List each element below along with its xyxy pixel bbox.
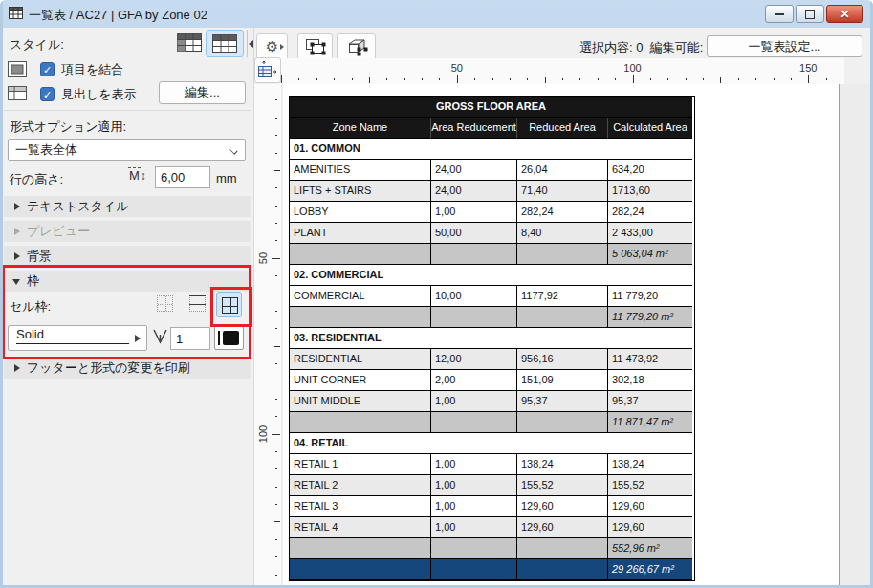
table-cell[interactable]: 155,52 [517, 475, 608, 496]
table-cell[interactable]: 1,00 [431, 454, 517, 475]
table-cell[interactable]: RESIDENTIAL [290, 349, 431, 370]
table-cell[interactable]: UNIT CORNER [290, 370, 431, 391]
cell-border-horizontal-button[interactable] [186, 292, 210, 316]
select-zones-button[interactable] [297, 33, 333, 60]
table-row[interactable]: RESIDENTIAL12,00956,1611 473,92 [290, 349, 694, 370]
table-cell[interactable]: LIFTS + STAIRS [290, 181, 431, 202]
table-grand-total-row: 29 266,67 m² [290, 559, 694, 580]
table-cell[interactable]: AMENITIES [290, 160, 431, 181]
section-footer-print[interactable]: フッターと形式の変更を印刷 [4, 358, 251, 379]
table-section-row[interactable]: 04. RETAIL [290, 433, 694, 454]
table-cell[interactable]: 138,24 [608, 454, 692, 475]
table-cell[interactable]: 129,60 [608, 517, 692, 538]
table-row[interactable]: RETAIL 21,00155,52155,52 [290, 475, 694, 496]
table-row[interactable]: LOBBY1,00282,24282,24 [290, 202, 694, 223]
table-cell[interactable]: 01. COMMON [290, 139, 692, 160]
table-orientation-icon [257, 60, 278, 80]
style-option-grid-button[interactable] [206, 30, 244, 57]
table-cell[interactable]: 02. COMMERCIAL [290, 265, 692, 286]
line-type-select[interactable]: Solid [8, 325, 147, 351]
table-cell[interactable]: RETAIL 3 [290, 496, 431, 517]
cell-border-all-button[interactable] [216, 292, 242, 317]
ruler-tick [281, 75, 282, 83]
row-height-input[interactable] [155, 166, 210, 188]
table-cell[interactable]: 95,37 [608, 391, 692, 412]
table-cell[interactable]: 03. RESIDENTIAL [290, 328, 692, 349]
table-cell[interactable]: RETAIL 1 [290, 454, 431, 475]
edit-button[interactable]: 編集... [159, 81, 246, 104]
table-section-row[interactable]: 02. COMMERCIAL [290, 265, 694, 286]
format-scope-select[interactable]: 一覧表全体 [8, 139, 246, 161]
table-row[interactable]: PLANT50,008,402 433,00 [290, 223, 694, 244]
table-cell[interactable]: 12,00 [431, 349, 517, 370]
table-cell[interactable]: 129,60 [517, 517, 608, 538]
table-cell[interactable]: 1713,60 [608, 181, 692, 202]
style-option-compact-button[interactable] [175, 31, 204, 56]
table-cell[interactable]: 1,00 [431, 475, 517, 496]
table-section-row[interactable]: 01. COMMON [290, 139, 694, 160]
expand-icon [14, 364, 20, 372]
table-cell[interactable]: UNIT MIDDLE [290, 391, 431, 412]
table-cell[interactable]: COMMERCIAL [290, 286, 431, 307]
table-section-row[interactable]: 03. RESIDENTIAL [290, 328, 694, 349]
table-row[interactable]: AMENITIES24,0026,04634,20 [290, 160, 694, 181]
table-cell[interactable]: 155,52 [608, 475, 692, 496]
settings-flyout-button[interactable]: ⚙ [256, 33, 288, 60]
table-cell[interactable]: 71,40 [517, 181, 608, 202]
section-text-style[interactable]: テキストスタイル [4, 196, 251, 217]
table-cell[interactable]: 129,60 [608, 496, 692, 517]
table-row[interactable]: RETAIL 41,00129,60129,60 [290, 517, 694, 538]
restore-button[interactable] [796, 5, 824, 23]
table-cell[interactable]: 151,09 [517, 370, 608, 391]
pen-color-button[interactable] [214, 326, 244, 350]
table-cell[interactable]: RETAIL 2 [290, 475, 431, 496]
row-height-mode-icon[interactable]: M↕ [128, 168, 146, 183]
schedule-settings-button[interactable]: 一覧表設定... [707, 35, 862, 57]
table-cell[interactable]: 634,20 [608, 160, 692, 181]
merge-items-checkbox[interactable]: ✓ [40, 62, 55, 76]
table-cell[interactable]: 138,24 [517, 454, 608, 475]
table-cell[interactable]: RETAIL 4 [290, 517, 431, 538]
table-cell[interactable]: 282,24 [608, 202, 692, 223]
table-cell[interactable]: 1,00 [431, 517, 517, 538]
table-cell[interactable]: 1,00 [431, 496, 517, 517]
table-cell[interactable]: 2 433,00 [608, 223, 692, 244]
select-in-3d-button[interactable] [337, 33, 376, 60]
minimize-button[interactable] [765, 5, 794, 23]
table-cell[interactable]: 50,00 [431, 223, 517, 244]
table-cell[interactable]: 04. RETAIL [290, 433, 692, 454]
table-cell[interactable]: 24,00 [431, 181, 517, 202]
table-cell[interactable]: 95,37 [517, 391, 608, 412]
ruler-origin-button[interactable] [254, 57, 281, 83]
table-row[interactable]: LIFTS + STAIRS24,0071,401713,60 [290, 181, 694, 202]
table-cell[interactable]: 26,04 [517, 160, 608, 181]
pen-weight-input[interactable] [170, 327, 210, 350]
close-button[interactable]: ✕ [826, 5, 863, 23]
section-background[interactable]: 背景 [4, 246, 251, 267]
table-cell[interactable]: LOBBY [290, 202, 431, 223]
title-bar[interactable]: 一覧表 / AC27 | GFA by Zone 02 ✕ [0, 0, 873, 28]
table-cell[interactable]: 1177,92 [517, 286, 608, 307]
cell-border-none-button[interactable] [153, 292, 178, 316]
show-heading-checkbox[interactable]: ✓ [40, 87, 55, 101]
table-cell[interactable]: 2,00 [431, 370, 517, 391]
table-cell[interactable]: 11 473,92 [608, 349, 692, 370]
table-row[interactable]: RETAIL 31,00129,60129,60 [290, 496, 694, 517]
table-cell[interactable]: 11 779,20 [608, 286, 692, 307]
table-cell[interactable]: PLANT [290, 223, 431, 244]
table-cell: GROSS FLOOR AREA [290, 97, 692, 118]
table-cell[interactable]: 8,40 [517, 223, 608, 244]
section-frame[interactable]: 枠 [4, 271, 251, 292]
table-cell[interactable]: 24,00 [431, 160, 517, 181]
table-row[interactable]: COMMERCIAL10,001177,9211 779,20 [290, 286, 694, 307]
table-row[interactable]: UNIT MIDDLE1,0095,3795,37 [290, 391, 694, 412]
table-cell[interactable]: 282,24 [517, 202, 608, 223]
table-cell[interactable]: 1,00 [431, 202, 517, 223]
table-cell[interactable]: 10,00 [431, 286, 517, 307]
table-row[interactable]: RETAIL 11,00138,24138,24 [290, 454, 694, 475]
table-cell[interactable]: 129,60 [517, 496, 608, 517]
table-cell[interactable]: 956,16 [517, 349, 608, 370]
table-cell[interactable]: 1,00 [431, 391, 517, 412]
table-cell[interactable]: 302,18 [608, 370, 692, 391]
table-row[interactable]: UNIT CORNER2,00151,09302,18 [290, 370, 694, 391]
